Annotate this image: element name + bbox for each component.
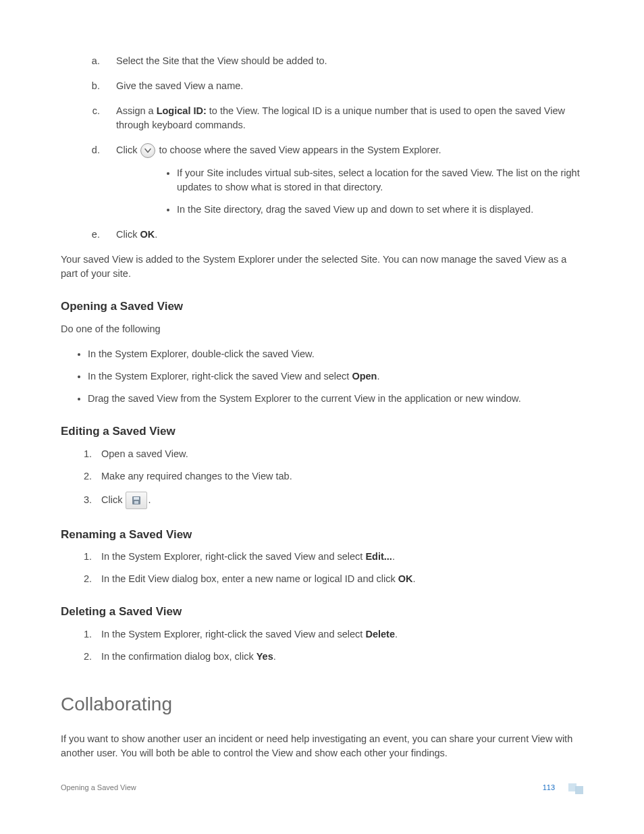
deleting-s2-pre: In the confirmation dialog box, click	[101, 651, 257, 662]
opening-b3-text: Drag the saved View from the System Expl…	[88, 393, 521, 404]
step-e-pre: Click	[116, 229, 140, 240]
opening-list: In the System Explorer, double-click the…	[61, 347, 583, 406]
after-steps-paragraph: Your saved View is added to the System E…	[61, 253, 583, 281]
chevron-down-icon	[140, 143, 155, 158]
editing-s1-text: Open a saved View.	[101, 448, 188, 459]
step-d-sublist: If your Site includes virtual sub-sites,…	[116, 166, 583, 217]
svg-rect-2	[134, 501, 138, 504]
deleting-s1-pre: In the System Explorer, right-click the …	[101, 629, 365, 640]
step-e-bold: OK	[140, 229, 155, 240]
renaming-s2-pre: In the Edit View dialog box, enter a new…	[101, 573, 398, 584]
editing-s2: Make any required changes to the View ta…	[95, 469, 583, 484]
step-a: Select the Site that the View should be …	[108, 54, 583, 68]
deleting-s1-post: .	[395, 629, 398, 640]
document-page: Select the Site that the View should be …	[0, 0, 644, 834]
step-c-pre: Assign a	[116, 105, 157, 116]
renaming-s2: In the Edit View dialog box, enter a new…	[95, 572, 583, 586]
step-d-sub1-text: If your Site includes virtual sub-sites,…	[177, 167, 580, 192]
step-c: Assign a Logical ID: to the View. The lo…	[108, 104, 583, 132]
step-d-pre: Click	[116, 145, 140, 155]
renaming-s2-post: .	[413, 573, 416, 584]
deleting-s2: In the confirmation dialog box, click Ye…	[95, 650, 583, 664]
step-d-post: to choose where the saved View appears i…	[156, 145, 441, 155]
step-e-post: .	[155, 229, 157, 240]
deleting-s2-post: .	[273, 651, 276, 662]
step-b-text: Give the saved View a name.	[116, 80, 243, 91]
step-d-sub2-text: In the Site directory, drag the saved Vi…	[177, 204, 533, 215]
opening-b1-text: In the System Explorer, double-click the…	[88, 348, 315, 359]
renaming-list: In the System Explorer, right-click the …	[61, 550, 583, 586]
collaborating-body: If you want to show another user an inci…	[61, 732, 583, 760]
editing-list: Open a saved View. Make any required cha…	[61, 447, 583, 509]
page-footer: Opening a Saved View 113	[61, 783, 583, 793]
editing-s2-text: Make any required changes to the View ta…	[101, 471, 292, 481]
opening-heading: Opening a Saved View	[61, 298, 583, 315]
opening-b1: In the System Explorer, double-click the…	[88, 347, 583, 361]
renaming-s1: In the System Explorer, right-click the …	[95, 550, 583, 564]
deleting-heading: Deleting a Saved View	[61, 604, 583, 621]
opening-b2-bold: Open	[352, 371, 377, 382]
step-d-sub1: If your Site includes virtual sub-sites,…	[177, 166, 583, 194]
editing-s1: Open a saved View.	[95, 447, 583, 461]
editing-s3-post: .	[148, 494, 151, 505]
step-d-sub2: In the Site directory, drag the saved Vi…	[177, 203, 583, 217]
step-c-bold: Logical ID:	[157, 105, 207, 116]
footer-logo-icon	[563, 783, 583, 793]
step-d: Click to choose where the saved View app…	[108, 143, 583, 217]
alpha-list: Select the Site that the View should be …	[61, 54, 583, 242]
editing-s3-pre: Click	[101, 494, 125, 505]
opening-intro: Do one of the following	[61, 322, 583, 336]
renaming-s2-bold: OK	[398, 573, 413, 584]
opening-b2: In the System Explorer, right-click the …	[88, 369, 583, 384]
deleting-s1: In the System Explorer, right-click the …	[95, 627, 583, 642]
deleting-list: In the System Explorer, right-click the …	[61, 627, 583, 664]
renaming-heading: Renaming a Saved View	[61, 527, 583, 544]
svg-rect-1	[134, 497, 139, 500]
opening-b2-post: .	[377, 371, 379, 382]
collaborating-heading: Collaborating	[61, 691, 583, 719]
save-icon	[126, 492, 147, 509]
step-b: Give the saved View a name.	[108, 79, 583, 93]
renaming-s1-bold: Edit...	[365, 551, 392, 562]
opening-b2-pre: In the System Explorer, right-click the …	[88, 371, 352, 382]
editing-heading: Editing a Saved View	[61, 423, 583, 440]
page-number: 113	[543, 783, 555, 793]
deleting-s2-bold: Yes	[257, 651, 273, 662]
footer-right: 113	[543, 783, 583, 793]
footer-breadcrumb: Opening a Saved View	[61, 783, 136, 793]
opening-b3: Drag the saved View from the System Expl…	[88, 392, 583, 406]
renaming-s1-pre: In the System Explorer, right-click the …	[101, 551, 365, 562]
deleting-s1-bold: Delete	[365, 629, 395, 640]
renaming-s1-post: .	[392, 551, 395, 562]
step-a-text: Select the Site that the View should be …	[116, 55, 327, 66]
editing-s3: Click .	[95, 492, 583, 509]
step-e: Click OK.	[108, 228, 583, 242]
